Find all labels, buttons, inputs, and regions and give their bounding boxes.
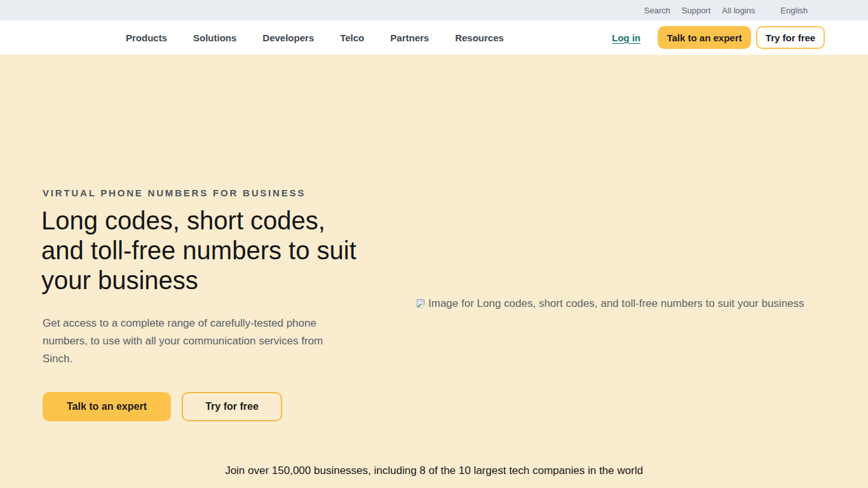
utility-link-support[interactable]: Support: [682, 6, 711, 15]
try-for-free-button[interactable]: Try for free: [756, 26, 825, 49]
utility-bar: Search Support All logins English: [0, 0, 868, 20]
nav-item-developers[interactable]: Developers: [262, 32, 314, 43]
main-nav: Products Solutions Developers Telco Part…: [0, 20, 868, 55]
utility-link-search[interactable]: Search: [644, 6, 670, 15]
utility-link-all-logins[interactable]: All logins: [722, 6, 755, 15]
login-link[interactable]: Log in: [612, 32, 641, 43]
nav-item-products[interactable]: Products: [126, 32, 167, 43]
talk-to-expert-button[interactable]: Talk to an expert: [658, 26, 751, 49]
broken-image-icon: [416, 299, 427, 309]
hero-talk-to-expert-button[interactable]: Talk to an expert: [43, 392, 171, 421]
nav-actions: Log in Talk to an expert Try for free: [612, 26, 825, 49]
hero-image-alt-text: Image for Long codes, short codes, and t…: [428, 297, 804, 310]
hero-try-for-free-button[interactable]: Try for free: [182, 392, 282, 421]
social-proof-text: Join over 150,000 businesses, including …: [0, 464, 868, 477]
hero-eyebrow: VIRTUAL PHONE NUMBERS FOR BUSINESS: [43, 187, 306, 198]
nav-links: Products Solutions Developers Telco Part…: [126, 32, 530, 43]
hero-image-broken: Image for Long codes, short codes, and t…: [416, 297, 804, 310]
page-title: Long codes, short codes, and toll-free n…: [41, 206, 372, 295]
nav-item-partners[interactable]: Partners: [390, 32, 429, 43]
nav-item-solutions[interactable]: Solutions: [193, 32, 236, 43]
nav-item-resources[interactable]: Resources: [455, 32, 504, 43]
nav-item-telco[interactable]: Telco: [340, 32, 364, 43]
page: Search Support All logins English Produc…: [0, 0, 868, 488]
hero-paragraph: Get access to a complete range of carefu…: [43, 315, 349, 368]
hero-cta-group: Talk to an expert Try for free: [43, 392, 282, 421]
hero-section: VIRTUAL PHONE NUMBERS FOR BUSINESS Long …: [0, 55, 868, 488]
language-selector[interactable]: English: [780, 6, 808, 15]
